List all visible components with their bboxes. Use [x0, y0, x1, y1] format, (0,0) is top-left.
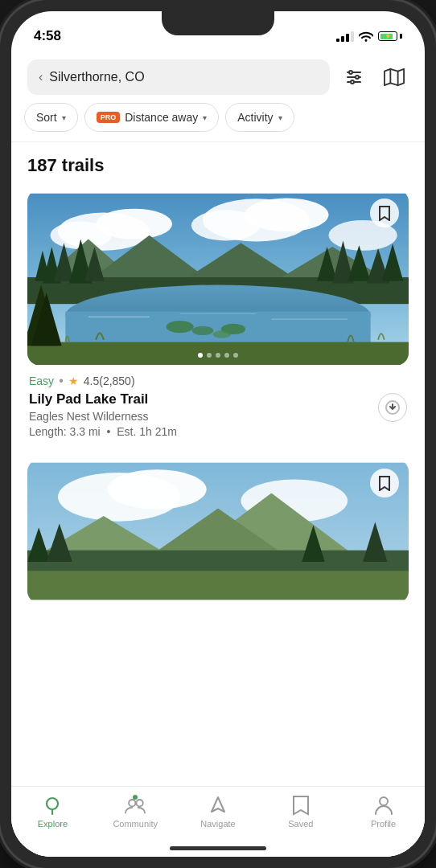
sort-chevron-icon: ▾ — [62, 113, 66, 122]
image-dots — [198, 353, 238, 358]
trail-location-1: Eagles Nest Wilderness — [29, 410, 378, 423]
navigate-label: Navigate — [200, 819, 235, 829]
explore-label: Explore — [38, 819, 68, 829]
community-label: Community — [113, 819, 158, 829]
svg-point-15 — [191, 211, 260, 241]
filter-icon-button[interactable] — [339, 63, 368, 92]
trail-image — [27, 189, 409, 366]
svg-point-47 — [108, 469, 207, 509]
dot-separator: • — [59, 374, 64, 388]
saved-icon — [290, 795, 311, 816]
trails-list: 187 trails — [11, 142, 425, 786]
nav-item-saved[interactable]: Saved — [259, 795, 342, 829]
battery-icon: ⚡ — [378, 31, 402, 41]
download-button-1[interactable] — [378, 393, 407, 422]
dot-2 — [207, 353, 212, 358]
trail-name-1: Lily Pad Lake Trail — [29, 391, 378, 407]
top-bar: ‹ Silverthorne, CO — [11, 51, 425, 103]
svg-point-40 — [212, 330, 231, 338]
svg-point-3 — [349, 71, 352, 74]
trail-image-2 — [27, 459, 409, 604]
trail-difficulty-row: Easy • ★ 4.5(2,850) — [29, 374, 378, 388]
trail-card-2[interactable] — [27, 459, 409, 604]
svg-point-60 — [129, 800, 135, 806]
community-dot — [133, 795, 138, 800]
map-icon — [384, 68, 405, 87]
svg-rect-57 — [27, 571, 409, 600]
status-time: 4:58 — [34, 28, 61, 44]
notch — [162, 11, 274, 35]
svg-point-5 — [351, 80, 354, 84]
wifi-icon — [359, 31, 373, 42]
svg-point-4 — [356, 76, 359, 79]
trail-image-container — [27, 189, 409, 366]
svg-point-61 — [137, 800, 143, 806]
distance-label: Distance away — [125, 111, 198, 124]
svg-rect-52 — [27, 551, 409, 573]
navigate-icon — [208, 795, 228, 816]
filter-bar: Sort ▾ PRO Distance away ▾ Activity ▾ — [11, 103, 425, 142]
distance-filter-chip[interactable]: PRO Distance away ▾ — [84, 103, 220, 132]
top-icons — [339, 63, 409, 92]
saved-label: Saved — [288, 819, 313, 829]
bookmark-icon — [378, 205, 391, 221]
sort-filter-chip[interactable]: Sort ▾ — [24, 103, 78, 132]
activity-label: Activity — [237, 111, 273, 124]
rating-text: 4.5(2,850) — [84, 375, 135, 387]
dot-1 — [198, 353, 203, 358]
explore-icon — [42, 795, 63, 816]
svg-point-38 — [192, 326, 214, 335]
map-icon-button[interactable] — [380, 63, 409, 92]
signal-icon — [336, 31, 354, 42]
download-icon — [385, 400, 400, 415]
nav-item-explore[interactable]: Explore — [11, 795, 94, 829]
bookmark-button-2[interactable] — [370, 469, 399, 497]
distance-chevron-icon: ▾ — [203, 113, 207, 122]
trail-card[interactable]: Easy • ★ 4.5(2,850) Lily Pad Lake Trail … — [27, 189, 409, 443]
location-text: Silverthorne, CO — [49, 70, 144, 84]
status-icons: ⚡ — [336, 31, 402, 42]
difficulty-label: Easy — [29, 375, 54, 387]
svg-marker-6 — [385, 69, 404, 85]
sort-label: Sort — [36, 111, 57, 124]
phone-frame: 4:58 ⚡ — [0, 0, 436, 868]
sliders-icon — [344, 68, 364, 87]
trail-details-1: Easy • ★ 4.5(2,850) Lily Pad Lake Trail … — [29, 374, 378, 438]
activity-filter-chip[interactable]: Activity ▾ — [225, 103, 294, 132]
profile-label: Profile — [371, 819, 396, 829]
phone-screen: 4:58 ⚡ — [11, 11, 425, 857]
profile-icon — [373, 795, 394, 816]
back-icon[interactable]: ‹ — [39, 70, 43, 84]
home-indicator — [170, 846, 266, 850]
location-search[interactable]: ‹ Silverthorne, CO — [27, 59, 330, 95]
activity-chevron-icon: ▾ — [278, 113, 282, 122]
trail-stats-1: Length: 3.3 mi • Est. 1h 21m — [29, 425, 378, 438]
star-icon: ★ — [68, 375, 79, 387]
dot-4 — [224, 353, 229, 358]
trail-image-container-2 — [27, 459, 409, 604]
bookmark-button-1[interactable] — [370, 199, 399, 227]
svg-point-58 — [47, 798, 58, 809]
screen-content: ‹ Silverthorne, CO — [11, 51, 425, 857]
dot-3 — [216, 353, 220, 358]
svg-point-37 — [167, 321, 194, 333]
pro-badge: PRO — [97, 112, 121, 123]
nav-item-navigate[interactable]: Navigate — [177, 795, 260, 829]
dot-5 — [233, 353, 238, 358]
nav-item-profile[interactable]: Profile — [342, 795, 425, 829]
trail-info-1: Easy • ★ 4.5(2,850) Lily Pad Lake Trail … — [27, 366, 409, 443]
community-icon — [125, 795, 146, 816]
bookmark-icon-2 — [378, 475, 391, 491]
trails-count: 187 trails — [27, 155, 409, 176]
nav-item-community[interactable]: Community — [94, 795, 177, 829]
svg-point-62 — [380, 797, 388, 805]
